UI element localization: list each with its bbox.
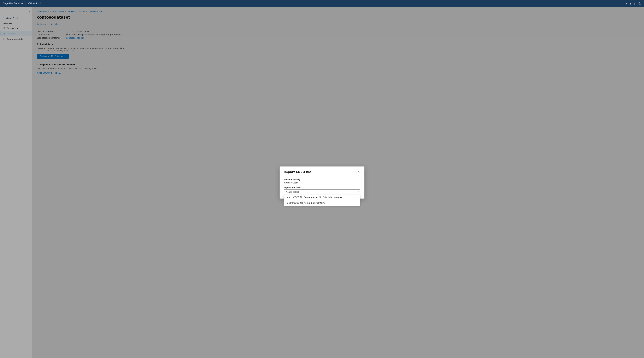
required-indicator: * — [300, 186, 301, 189]
modal-header: Import COCO file ✕ — [280, 166, 364, 176]
brand-label: Cognitive Services — [3, 2, 23, 5]
topbar-brand-area: Cognitive Services | Vision Studio — [3, 2, 42, 5]
topbar-actions: ⚙ ? ∨ ☺ — [625, 2, 641, 5]
settings-icon[interactable]: ⚙ — [625, 2, 627, 5]
modal-title: Import COCO file — [284, 170, 311, 174]
modal-close-button[interactable]: ✕ — [357, 170, 360, 174]
topbar-divider: | — [25, 2, 26, 5]
user-icon[interactable]: ☺ — [638, 2, 641, 5]
dropdown-option-blob[interactable]: Import COCO file from a Blob Container — [284, 200, 360, 206]
azure-directory-label: Azure directory — [284, 178, 360, 181]
azure-directory-value: microsoft.com — [284, 182, 360, 184]
modal-body: Azure directory microsoft.com Import met… — [280, 178, 364, 199]
import-method-label-wrapper: Import method * — [284, 186, 360, 189]
product-label: Vision Studio — [28, 2, 42, 5]
dropdown-options-list: Import COCO file from an Azure ML Data L… — [284, 194, 360, 206]
dropdown-placeholder: Please select — [286, 191, 299, 193]
help-icon[interactable]: ? — [630, 2, 631, 5]
import-coco-modal: Import COCO file ✕ Azure directory micro… — [280, 166, 364, 199]
chevron-down-icon[interactable]: ∨ — [634, 2, 636, 5]
import-method-label: Import method — [284, 186, 300, 189]
dropdown-option-azure-ml[interactable]: Import COCO file from an Azure ML Data L… — [284, 194, 360, 200]
import-method-dropdown[interactable]: Please select — [284, 189, 360, 194]
modal-overlay[interactable]: Import COCO file ✕ Azure directory micro… — [0, 7, 644, 358]
import-method-dropdown-wrapper: Please select ∨ Import COCO file from an… — [284, 189, 360, 194]
topbar: Cognitive Services | Vision Studio ⚙ ? ∨… — [0, 0, 644, 7]
